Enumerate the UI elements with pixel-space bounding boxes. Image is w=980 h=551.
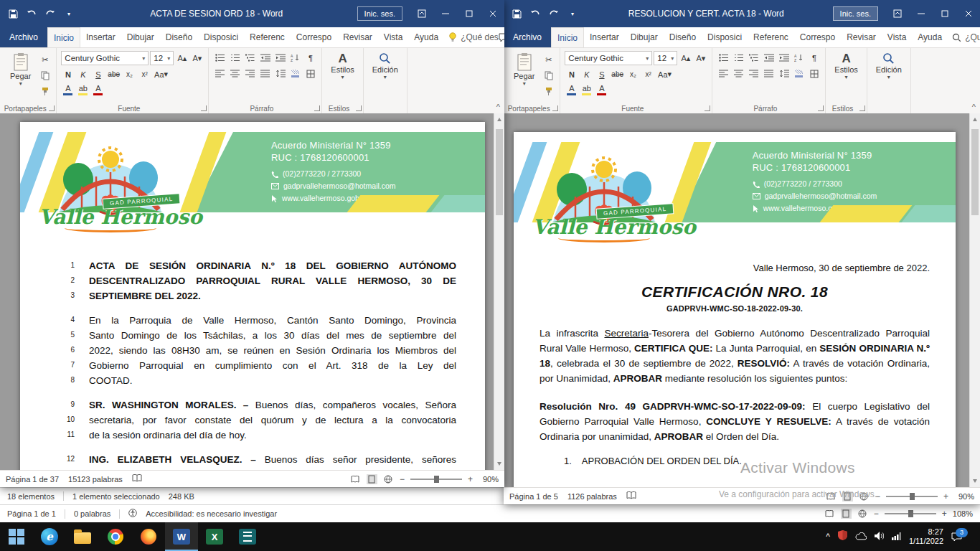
strikethrough-button[interactable]: abe <box>106 67 121 81</box>
justify-button[interactable] <box>258 67 272 80</box>
format-painter-button[interactable] <box>542 85 555 98</box>
font-size-combobox[interactable]: 12▾ <box>150 51 174 65</box>
shrink-font-button[interactable]: A▾ <box>694 52 707 65</box>
ribbon-tab-insertar[interactable]: Insertar <box>80 27 121 47</box>
font-color-button[interactable]: A <box>91 83 105 97</box>
styles-gallery-button[interactable]: A Estilos ▾ <box>326 51 358 81</box>
network-icon[interactable] <box>892 530 901 543</box>
highlight-color-button[interactable]: ab <box>76 83 90 97</box>
font-dialog-launcher[interactable] <box>705 105 710 111</box>
minimize-button[interactable] <box>433 0 457 27</box>
ribbon-tab-vista[interactable]: Vista <box>378 27 408 47</box>
clipboard-dialog-launcher[interactable] <box>49 105 55 111</box>
shading-button[interactable] <box>792 67 806 80</box>
decrease-indent-button[interactable] <box>762 51 776 65</box>
read-mode-icon[interactable] <box>824 509 835 519</box>
scrollbar-thumb[interactable] <box>971 129 979 215</box>
taskbar-explorer-icon[interactable] <box>66 522 99 551</box>
styles-gallery-button[interactable]: A Estilos ▾ <box>830 51 862 81</box>
strikethrough-button[interactable]: abe <box>610 67 625 81</box>
ribbon-tab-inicio[interactable]: Inicio <box>551 27 584 47</box>
title-bar[interactable]: ▾ ACTA DE SESION ORD 18 - Word Inic. ses… <box>0 0 504 27</box>
align-center-button[interactable] <box>228 67 242 80</box>
comments-icon[interactable] <box>499 27 504 47</box>
ribbon-tab-vista[interactable]: Vista <box>882 27 912 47</box>
line-spacing-button[interactable] <box>273 67 287 80</box>
onedrive-cloud-icon[interactable] <box>855 530 867 543</box>
highlight-color-button[interactable]: ab <box>580 83 593 97</box>
scroll-up-icon[interactable] <box>973 118 977 121</box>
scroll-up-icon[interactable] <box>497 118 501 121</box>
ribbon-tab-archivo[interactable]: Archivo <box>0 27 47 47</box>
font-dialog-launcher[interactable] <box>201 105 207 111</box>
align-right-button[interactable] <box>747 67 760 80</box>
taskbar-firefox-icon[interactable] <box>132 522 165 551</box>
speaker-icon[interactable] <box>875 530 884 543</box>
qat-customize-button[interactable]: ▾ <box>62 6 76 22</box>
bullets-button[interactable] <box>213 51 227 65</box>
zoom-slider[interactable] <box>886 496 938 497</box>
word-count[interactable]: 1126 palabras <box>567 492 617 501</box>
text-effects-button[interactable]: A <box>61 83 75 97</box>
copy-button[interactable] <box>38 69 52 83</box>
tray-expand-icon[interactable]: ^ <box>826 532 830 542</box>
ribbon-tab-inicio[interactable]: Inicio <box>47 27 80 47</box>
zoom-in-button[interactable]: + <box>468 474 473 484</box>
bold-button[interactable]: N <box>565 67 578 81</box>
zoom-out-button[interactable]: − <box>874 509 879 519</box>
proofing-icon[interactable] <box>132 474 142 484</box>
increase-indent-button[interactable] <box>777 51 791 65</box>
sign-in-button[interactable]: Inic. ses. <box>833 6 878 21</box>
ribbon-tab-revisar[interactable]: Revisar <box>337 27 378 47</box>
ribbon-tab-ayuda[interactable]: Ayuda <box>408 27 444 47</box>
ribbon-tab-insertar[interactable]: Insertar <box>584 27 625 47</box>
zoom-slider-thumb[interactable] <box>910 493 915 500</box>
font-name-combobox[interactable]: Century Gothic▾ <box>565 51 652 65</box>
maximize-button[interactable] <box>933 0 956 27</box>
grow-font-button[interactable]: A▴ <box>679 52 692 65</box>
zoom-out-button[interactable]: − <box>875 491 880 501</box>
cut-button[interactable]: ✂ <box>542 53 555 67</box>
proofing-icon[interactable] <box>626 491 636 501</box>
decrease-indent-button[interactable] <box>258 51 272 65</box>
bullets-button[interactable] <box>717 51 730 65</box>
zoom-percentage[interactable]: 90% <box>479 475 499 484</box>
bold-button[interactable]: N <box>61 67 75 81</box>
taskbar-chrome-icon[interactable] <box>99 522 132 551</box>
redo-button[interactable] <box>547 6 561 22</box>
page-indicator[interactable]: Página 1 de 37 <box>6 475 59 484</box>
align-left-button[interactable] <box>717 67 730 80</box>
redo-button[interactable] <box>43 6 57 22</box>
scroll-down-icon[interactable] <box>973 479 977 483</box>
show-paragraph-marks-button[interactable]: ¶ <box>807 51 821 65</box>
sort-button[interactable]: AZ <box>792 51 806 65</box>
web-layout-icon[interactable] <box>857 509 868 519</box>
taskbar-excel-icon[interactable]: X <box>198 522 231 551</box>
shading-button[interactable] <box>288 67 302 80</box>
ribbon-display-options-button[interactable] <box>885 0 909 27</box>
text-effects-button[interactable]: A <box>565 83 578 97</box>
increase-indent-button[interactable] <box>273 51 287 65</box>
ribbon-tab-archivo[interactable]: Archivo <box>504 27 551 47</box>
collapse-ribbon-button[interactable]: ^ <box>972 103 976 111</box>
page-indicator[interactable]: Página 1 de 1 <box>7 509 56 518</box>
zoom-percentage[interactable]: 108% <box>953 509 973 518</box>
zoom-out-button[interactable]: − <box>400 474 405 484</box>
action-center-icon[interactable]: 3 <box>951 532 962 542</box>
read-mode-icon[interactable] <box>826 491 837 501</box>
accessibility-status[interactable]: Accesibilidad: es necesario investigar <box>146 509 277 518</box>
save-button[interactable] <box>6 6 20 22</box>
ribbon-tab-disposici[interactable]: Disposici <box>198 27 244 47</box>
ribbon-tab-revisar[interactable]: Revisar <box>841 27 882 47</box>
taskbar-generic-icon[interactable] <box>231 522 264 551</box>
vertical-scrollbar[interactable] <box>494 113 504 470</box>
underline-button[interactable]: S <box>91 67 105 81</box>
sign-in-button[interactable]: Inic. ses. <box>357 6 402 21</box>
taskbar-edge-icon[interactable]: e <box>33 522 66 551</box>
word-count[interactable]: 15123 palabras <box>68 475 123 484</box>
print-layout-icon[interactable] <box>841 509 852 519</box>
paragraph-dialog-launcher[interactable] <box>818 105 824 111</box>
zoom-percentage[interactable]: 90% <box>954 492 974 501</box>
subscript-button[interactable]: x₂ <box>626 67 640 81</box>
taskbar-word-icon[interactable]: W <box>165 522 198 551</box>
